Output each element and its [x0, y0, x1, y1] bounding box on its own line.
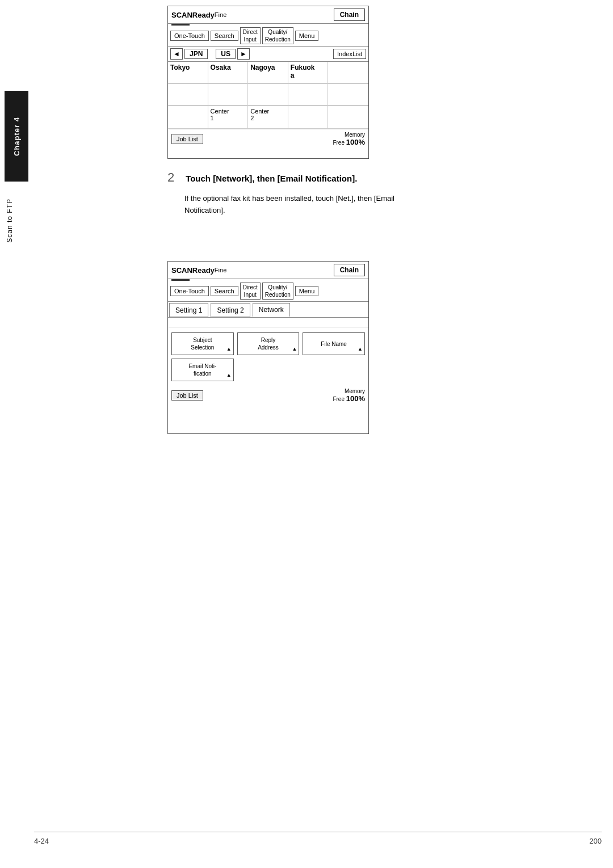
chapter-label: Chapter 4 — [12, 117, 21, 156]
scan-toolbar-1: One-Touch Search Direct Input Quality/ R… — [168, 26, 368, 47]
one-touch-btn-1[interactable]: One-Touch — [170, 31, 209, 41]
scan-grid-1: Tokyo Osaka Nagoya Fukuoka Center1 Cente… — [168, 62, 368, 129]
network-grid: Subject Selection ▲ Reply Address ▲ File… — [168, 328, 368, 386]
direct-input-btn-2[interactable]: Direct Input — [240, 283, 261, 300]
memory-pct-1: 100% — [346, 138, 365, 146]
step2-text: Touch [Network], then [Email Notificatio… — [186, 174, 357, 183]
memory-pct-2: 100% — [346, 394, 365, 403]
scan-footer-2: Job List MemoryFree 100% — [168, 386, 368, 405]
memory-free-1: MemoryFree 100% — [333, 132, 365, 146]
cell-center1[interactable]: Center1 — [208, 106, 249, 129]
chain-button-2[interactable]: Chain — [334, 264, 365, 276]
scan-toolbar-2: One-Touch Search Direct Input Quality/ R… — [168, 281, 368, 302]
page-number-left: 4-24 — [34, 837, 49, 845]
menu-btn-1[interactable]: Menu — [295, 31, 319, 41]
scan-title-2: SCANReady — [171, 266, 215, 275]
chain-button-1[interactable]: Chain — [334, 9, 365, 21]
chapter-tab: Chapter 4 — [5, 91, 28, 182]
index-list-btn-1[interactable]: IndexList — [333, 49, 366, 59]
scan-header-2: SCANReady Fine Chain — [168, 262, 368, 279]
subject-selection-btn[interactable]: Subject Selection ▲ — [171, 332, 234, 355]
cell-tokyo[interactable]: Tokyo — [168, 62, 208, 83]
step2-number: 2 — [167, 170, 174, 184]
nav-left-1[interactable]: ◄ — [170, 48, 183, 60]
cell-empty-3 — [208, 84, 249, 106]
scanner-ui-1: SCANReady Fine Chain One-Touch Search Di… — [167, 6, 369, 159]
sidebar: Chapter 4 Scan to FTP — [0, 0, 34, 868]
scan-quality-2: Fine — [215, 267, 226, 273]
nav-jpn-1[interactable]: JPN — [184, 49, 208, 59]
one-touch-btn-2[interactable]: One-Touch — [170, 286, 209, 296]
file-name-btn[interactable]: File Name ▲ — [303, 332, 365, 355]
scan-nav-1: ◄ JPN US ► IndexList — [168, 47, 368, 62]
cell-empty-7 — [168, 106, 208, 129]
tab-setting1[interactable]: Setting 1 — [169, 303, 208, 317]
reply-address-btn[interactable]: Reply Address ▲ — [237, 332, 300, 355]
nav-right-1[interactable]: ► — [237, 48, 250, 60]
cell-empty-2 — [168, 84, 208, 106]
email-notification-btn[interactable]: Email Noti- fication ▲ — [171, 359, 234, 381]
job-list-btn-2[interactable]: Job List — [171, 390, 203, 401]
scan-footer-1: Job List MemoryFree 100% — [168, 129, 368, 149]
nav-us-1[interactable]: US — [216, 49, 236, 59]
cell-nagoya[interactable]: Nagoya — [248, 62, 288, 83]
quality-reduction-btn-1[interactable]: Quality/ Reduction — [262, 27, 293, 44]
step2-section: 2 Touch [Network], then [Email Notificat… — [167, 170, 602, 217]
cell-empty-9 — [328, 106, 368, 129]
tab-network[interactable]: Network — [253, 303, 290, 317]
scan-tabs-2: Setting 1 Setting 2 Network — [168, 302, 368, 318]
cell-empty-4 — [248, 84, 288, 106]
cell-empty-6 — [328, 84, 368, 106]
memory-free-2: MemoryFree 100% — [333, 388, 365, 403]
step2-sub: If the optional fax kit has been install… — [184, 193, 602, 217]
scan-title-1: SCANReady — [171, 11, 215, 19]
page-number-right: 200 — [589, 837, 602, 845]
scan-to-ftp-label: Scan to FTP — [6, 199, 28, 243]
search-btn-1[interactable]: Search — [211, 31, 238, 41]
quality-reduction-btn-2[interactable]: Quality/ Reduction — [262, 283, 293, 300]
scan-header-1: SCANReady Fine Chain — [168, 6, 368, 24]
search-btn-2[interactable]: Search — [211, 286, 238, 296]
cell-osaka[interactable]: Osaka — [208, 62, 249, 83]
cell-empty-8 — [288, 106, 329, 129]
page-footer: 4-24 200 — [34, 832, 602, 845]
job-list-btn-1[interactable]: Job List — [171, 134, 203, 144]
cell-empty-5 — [288, 84, 329, 106]
cell-center2[interactable]: Center2 — [248, 106, 288, 129]
tab-setting2[interactable]: Setting 2 — [211, 303, 250, 317]
cell-empty-1 — [328, 62, 368, 83]
menu-btn-2[interactable]: Menu — [295, 286, 319, 296]
direct-input-btn-1[interactable]: Direct Input — [240, 27, 261, 44]
cell-fukuoka[interactable]: Fukuoka — [288, 62, 329, 83]
empty-row — [168, 318, 368, 328]
scan-quality-1: Fine — [215, 11, 226, 18]
scanner-ui-2: SCANReady Fine Chain One-Touch Search Di… — [167, 261, 369, 434]
